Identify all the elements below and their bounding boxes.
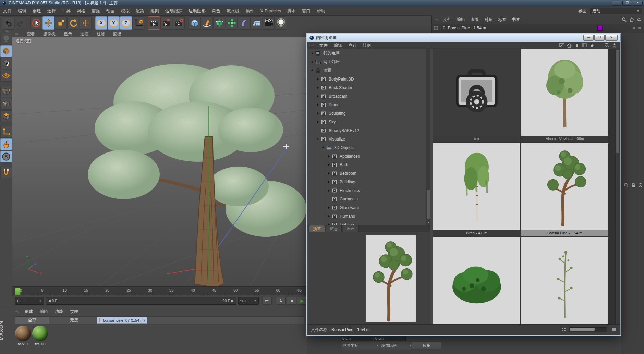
expand-arrow[interactable] (317, 95, 319, 98)
menu-item[interactable]: 插件 (243, 7, 257, 15)
frame-range-slider[interactable]: ◀ 0 F 90 F ▶ (46, 297, 236, 305)
tree-item[interactable]: 3D Objects (308, 143, 429, 152)
tree-item[interactable]: Sculpting (308, 109, 429, 118)
rotate-tool-button[interactable] (67, 16, 79, 30)
visibility-dot[interactable] (638, 27, 641, 29)
tree-item[interactable]: Lighting (308, 220, 429, 225)
scale-tool-button[interactable] (55, 16, 67, 30)
tree-item[interactable]: Electronics (308, 186, 429, 195)
menu-item[interactable]: 标签 (495, 17, 509, 23)
expand-arrow[interactable] (311, 69, 314, 72)
menu-item[interactable]: 运动图形 (185, 7, 209, 15)
menu-item[interactable]: 工具 (59, 7, 74, 15)
floor-button[interactable] (250, 16, 262, 30)
menu-item[interactable]: 选项 (76, 31, 93, 37)
path-icon[interactable] (636, 17, 642, 22)
expand-arrow[interactable] (316, 137, 319, 141)
expand-arrow[interactable] (312, 52, 313, 55)
bend-deformer-button[interactable] (238, 16, 250, 30)
search-icon[interactable] (621, 17, 627, 22)
tree-item[interactable]: Broadcast (308, 92, 429, 100)
tree-item[interactable]: Humans (308, 212, 429, 220)
search-icon[interactable] (624, 183, 629, 187)
undo-button[interactable] (2, 16, 14, 30)
home-icon[interactable] (629, 17, 635, 22)
search-icon[interactable] (604, 43, 610, 48)
current-frame-field[interactable]: 0 F◂▸ (15, 297, 44, 305)
tree-scrollbar[interactable]: ▼ (426, 49, 430, 225)
layer-none-label[interactable]: 无层 (70, 317, 78, 323)
expand-arrow[interactable] (317, 103, 319, 106)
render-settings-button[interactable] (173, 16, 185, 30)
menu-item[interactable]: 文件 (316, 42, 331, 48)
hierarchy-icon[interactable] (433, 26, 439, 30)
z-axis-lock-button[interactable]: Z (120, 16, 132, 30)
minimize-button[interactable]: ─ (612, 1, 621, 6)
menu-item[interactable]: 角色 (209, 7, 223, 15)
polygons-mode-icon[interactable] (0, 110, 12, 122)
expand-arrow[interactable] (328, 189, 330, 192)
large-thumbnails-icon[interactable] (611, 327, 617, 332)
expand-arrow[interactable] (328, 215, 330, 218)
panel-grip[interactable]: /////// (15, 33, 20, 35)
tree-item[interactable]: BodyPaint 3D (308, 75, 429, 83)
menu-item[interactable]: 文件 (0, 7, 15, 15)
menu-item[interactable]: 查看 (468, 17, 482, 23)
compass-north-icon[interactable]: N (611, 43, 618, 48)
layer-color-swatch[interactable] (597, 26, 603, 31)
points-mode-icon[interactable] (0, 86, 12, 97)
tree-item[interactable]: Garments (308, 195, 429, 203)
last-tool-button[interactable] (80, 16, 92, 30)
edges-mode-icon[interactable] (0, 98, 12, 110)
menu-item[interactable]: 窗口 (299, 7, 314, 15)
expand-arrow[interactable] (317, 78, 319, 81)
tree-item[interactable]: Glassware (308, 203, 429, 212)
hide-preview-icon[interactable] (559, 43, 565, 48)
snap-icon[interactable]: S (0, 151, 12, 162)
menu-item[interactable]: 转到 (360, 42, 374, 48)
favorites-star-icon[interactable] (589, 43, 595, 48)
viewport-canvas[interactable]: 透视视图 Y Z X (12, 37, 307, 286)
end-frame-dropdown[interactable]: 90 F▼ (238, 297, 259, 305)
menu-item[interactable]: 面板 (109, 31, 125, 37)
coordinate-space-dropdown[interactable]: 世界坐标▼ (341, 342, 381, 349)
play-backward-button[interactable]: ◀ (287, 297, 296, 305)
array-generator-button[interactable] (226, 16, 238, 30)
tree-item[interactable]: Prime (308, 100, 429, 109)
goto-start-button[interactable]: ⏮ (262, 297, 272, 305)
material-item[interactable]: firs_06 (32, 326, 48, 346)
sculpt-mode-icon[interactable] (0, 33, 12, 45)
expand-arrow[interactable] (322, 146, 325, 149)
menu-item[interactable]: 创建 (29, 7, 44, 15)
browser-tab[interactable]: 预览 (309, 225, 325, 232)
scroll-down-arrow[interactable]: ▼ (427, 221, 430, 224)
tree-item[interactable]: SteadyBAKEv12 (308, 126, 429, 135)
tree-item[interactable]: Bath (308, 160, 429, 169)
scale-mode-dropdown[interactable]: 缩放比例▼ (379, 342, 414, 349)
menu-item[interactable]: 纹理 (66, 307, 82, 316)
render-picture-viewer-button[interactable] (160, 16, 172, 30)
expand-arrow[interactable] (328, 155, 330, 158)
expand-arrow[interactable] (317, 121, 319, 123)
subdivision-surface-button[interactable] (213, 16, 225, 30)
selected-layer-field[interactable]: ▏ bonsai_pine_07 (1.54 m) (97, 317, 147, 324)
y-axis-lock-button[interactable]: Y (108, 16, 120, 30)
restore-button[interactable]: ❐ (594, 35, 605, 41)
menu-item[interactable]: 运动跟踪 (162, 7, 185, 15)
up-level-icon[interactable] (574, 43, 580, 48)
menu-item[interactable]: X-Particles (257, 7, 284, 15)
menu-item[interactable]: 查看 (23, 31, 39, 37)
expand-arrow[interactable] (328, 163, 330, 166)
menu-item[interactable]: 帮助 (314, 7, 328, 15)
menu-item[interactable]: 流水线 (223, 7, 243, 15)
scrollbar-thumb[interactable] (616, 50, 619, 153)
menu-item[interactable]: 查看 (345, 42, 360, 48)
tree-item[interactable]: 网上邻居 (308, 58, 429, 66)
enable-axis-icon[interactable] (0, 126, 12, 138)
camera-button[interactable] (263, 16, 275, 30)
browser-tab[interactable]: 语言 (343, 225, 359, 232)
magnet-icon[interactable] (0, 167, 12, 178)
texture-mode-icon[interactable] (0, 58, 12, 69)
interface-dropdown[interactable]: 启动▼ (590, 8, 642, 14)
maximize-button[interactable]: ❐ (622, 1, 632, 6)
